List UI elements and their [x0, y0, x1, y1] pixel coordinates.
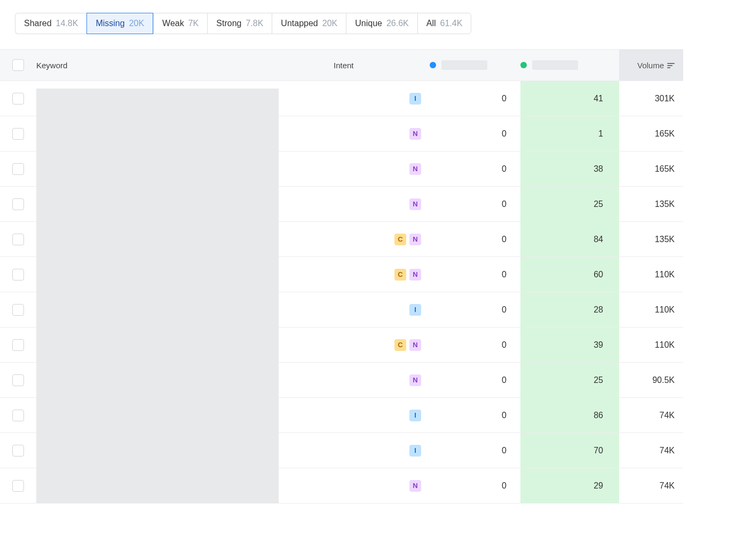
cell-site-a: 0 [430, 199, 520, 209]
column-header-intent[interactable]: Intent [334, 61, 430, 70]
intent-badge-i: I [409, 304, 421, 316]
cell-site-a: 0 [430, 411, 520, 420]
tab-count: 61.4K [440, 19, 463, 28]
cell-site-b: 38 [520, 151, 619, 186]
intent-badge-n: N [409, 480, 421, 492]
table-header: Keyword Intent Volume [0, 49, 683, 81]
cell-intent: CN [334, 339, 430, 351]
cell-volume: 74K [619, 446, 683, 455]
dot-icon [520, 62, 527, 68]
site-b-label-placeholder [532, 60, 578, 70]
intent-badge-n: N [409, 128, 421, 140]
intent-badge-n: N [409, 163, 421, 175]
cell-site-a: 0 [430, 94, 520, 103]
tab-count: 14.8K [56, 19, 78, 28]
cell-intent: N [334, 374, 430, 386]
tab-all[interactable]: All61.4K [417, 13, 472, 34]
intent-badge-c: C [394, 234, 406, 245]
cell-site-b: 25 [520, 363, 619, 397]
keyword-redaction-block [36, 89, 279, 503]
tab-shared[interactable]: Shared14.8K [15, 13, 86, 34]
intent-badge-n: N [409, 234, 421, 245]
row-checkbox[interactable] [12, 374, 24, 386]
column-header-site-a[interactable] [430, 60, 520, 70]
cell-volume: 110K [619, 305, 683, 315]
cell-intent: CN [334, 234, 430, 245]
tab-count: 7.8K [246, 19, 263, 28]
row-checkbox[interactable] [12, 304, 24, 316]
row-checkbox[interactable] [12, 93, 24, 105]
site-a-label-placeholder [441, 60, 487, 70]
tab-count: 26.6K [386, 19, 409, 28]
intent-badge-c: C [394, 269, 406, 281]
column-header-volume[interactable]: Volume [619, 50, 683, 81]
row-checkbox[interactable] [12, 445, 24, 457]
intent-badge-i: I [409, 93, 421, 105]
column-header-site-b[interactable] [520, 60, 619, 70]
row-checkbox[interactable] [12, 163, 24, 175]
cell-intent: I [334, 445, 430, 457]
tab-weak[interactable]: Weak7K [153, 13, 207, 34]
row-checkbox[interactable] [12, 339, 24, 351]
tab-missing[interactable]: Missing20K [86, 13, 153, 34]
intent-badge-i: I [409, 410, 421, 421]
intent-badge-i: I [409, 445, 421, 457]
row-checkbox[interactable] [12, 410, 24, 421]
cell-volume: 165K [619, 164, 683, 174]
tab-label: Strong [216, 19, 241, 28]
cell-volume: 90.5K [619, 375, 683, 385]
cell-site-b: 84 [520, 222, 619, 257]
cell-site-b: 70 [520, 433, 619, 468]
cell-site-a: 0 [430, 270, 520, 279]
cell-intent: I [334, 93, 430, 105]
cell-site-b: 39 [520, 327, 619, 362]
tab-label: All [426, 19, 436, 28]
intent-badge-n: N [409, 374, 421, 386]
cell-intent: N [334, 163, 430, 175]
select-all-checkbox[interactable] [12, 59, 24, 71]
cell-site-b: 41 [520, 81, 619, 116]
dot-icon [430, 62, 436, 68]
tab-unique[interactable]: Unique26.6K [346, 13, 417, 34]
cell-volume: 135K [619, 199, 683, 209]
cell-volume: 165K [619, 129, 683, 139]
cell-site-a: 0 [430, 305, 520, 315]
row-checkbox[interactable] [12, 128, 24, 140]
intent-badge-c: C [394, 339, 406, 351]
cell-volume: 110K [619, 270, 683, 279]
tab-strong[interactable]: Strong7.8K [207, 13, 272, 34]
cell-site-a: 0 [430, 446, 520, 455]
intent-badge-n: N [409, 198, 421, 210]
tab-count: 7K [188, 19, 199, 28]
sort-desc-icon [667, 62, 675, 68]
column-header-keyword[interactable]: Keyword [36, 61, 334, 70]
row-checkbox[interactable] [12, 234, 24, 245]
cell-site-a: 0 [430, 235, 520, 244]
row-checkbox[interactable] [12, 480, 24, 492]
cell-site-a: 0 [430, 481, 520, 491]
cell-volume: 135K [619, 235, 683, 244]
row-checkbox[interactable] [12, 269, 24, 281]
row-checkbox[interactable] [12, 198, 24, 210]
column-header-volume-label: Volume [637, 61, 664, 70]
tab-label: Unique [355, 19, 382, 28]
cell-intent: N [334, 198, 430, 210]
cell-site-b: 28 [520, 292, 619, 327]
cell-intent: N [334, 128, 430, 140]
cell-intent: I [334, 304, 430, 316]
cell-intent: I [334, 410, 430, 421]
table-body: I041301KN01165KN038165KN025135KCN084135K… [0, 81, 683, 503]
tab-untapped[interactable]: Untapped20K [272, 13, 346, 34]
cell-site-a: 0 [430, 375, 520, 385]
cell-site-b: 60 [520, 257, 619, 292]
tab-label: Untapped [281, 19, 318, 28]
cell-volume: 74K [619, 411, 683, 420]
tab-count: 20K [322, 19, 337, 28]
tab-count: 20K [129, 19, 144, 28]
filter-tabs: Shared14.8KMissing20KWeak7KStrong7.8KUnt… [15, 13, 683, 34]
cell-site-b: 86 [520, 398, 619, 433]
cell-volume: 301K [619, 94, 683, 103]
intent-badge-n: N [409, 269, 421, 281]
cell-volume: 74K [619, 481, 683, 491]
cell-site-b: 25 [520, 187, 619, 221]
